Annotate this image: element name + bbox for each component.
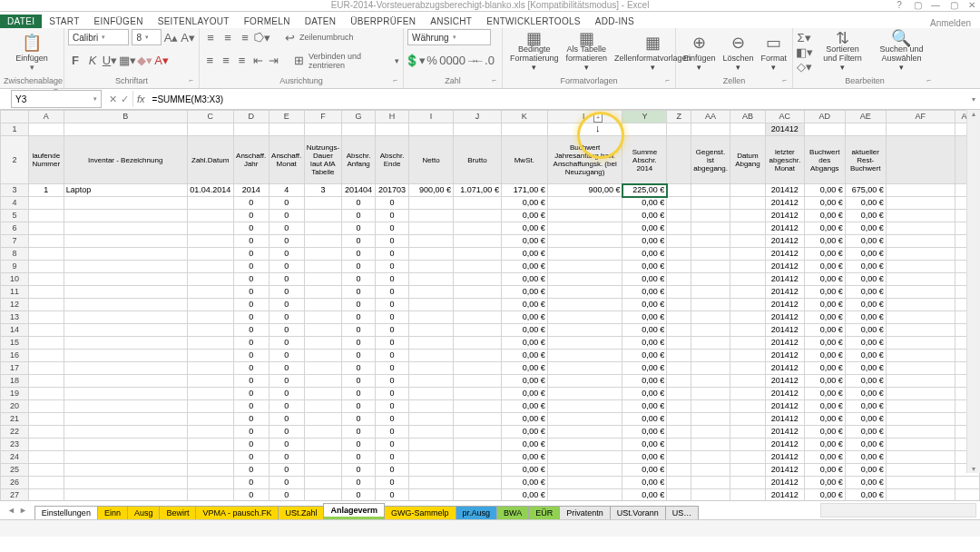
cell-E19[interactable]: 0: [269, 388, 304, 400]
cell-F5[interactable]: [304, 210, 341, 222]
cell-AC26[interactable]: 201412: [765, 477, 804, 489]
cell-J3[interactable]: 1.071,00 €: [453, 184, 501, 197]
cell-AA21[interactable]: [691, 413, 730, 426]
cell-H20[interactable]: 0: [376, 400, 409, 413]
row-header-11[interactable]: 11: [1, 286, 29, 299]
cell-J20[interactable]: [453, 400, 501, 413]
cell-Y10[interactable]: 0,00 €: [622, 273, 667, 286]
cell-AB24[interactable]: [730, 451, 765, 464]
cell-F15[interactable]: [304, 337, 341, 350]
table-header-F[interactable]: Nutzungs-Dauer laut AfA Tabelle: [304, 136, 341, 184]
cell-AC17[interactable]: 201412: [765, 362, 804, 375]
cell-AE1[interactable]: [845, 123, 886, 136]
cell-AC23[interactable]: 201412: [765, 439, 804, 451]
cell-AB17[interactable]: [730, 362, 765, 375]
cell-J24[interactable]: [453, 451, 501, 464]
cell-A21[interactable]: [28, 413, 64, 426]
cell-D24[interactable]: 0: [233, 451, 269, 464]
sheet-nav-next-icon[interactable]: ►: [19, 506, 27, 515]
cell-Y21[interactable]: 0,00 €: [622, 413, 667, 426]
cell-I25[interactable]: [409, 464, 454, 477]
clear-icon[interactable]: ◇▾: [797, 59, 811, 74]
cell-Z15[interactable]: [667, 337, 691, 350]
cell-Y1[interactable]: [622, 123, 667, 136]
font-name-combo[interactable]: Calibri: [68, 29, 129, 45]
cell-C25[interactable]: [187, 464, 233, 477]
cell-K7[interactable]: 0,00 €: [501, 235, 547, 248]
cell-I19[interactable]: [409, 388, 454, 400]
cell-K17[interactable]: 0,00 €: [501, 362, 547, 375]
cell-L26[interactable]: [547, 477, 622, 489]
cell-B7[interactable]: [64, 235, 187, 248]
increase-font-icon[interactable]: A▴: [164, 30, 179, 44]
ribbon-toggle-icon[interactable]: ▢: [913, 0, 922, 10]
decrease-decimal-icon[interactable]: ←.0: [476, 54, 491, 68]
cell-Z23[interactable]: [667, 439, 691, 451]
cell-AB1[interactable]: [730, 123, 765, 136]
cell-AD11[interactable]: 0,00 €: [804, 286, 845, 299]
cell-J21[interactable]: [453, 413, 501, 426]
cell-K11[interactable]: 0,00 €: [501, 286, 547, 299]
cell-B8[interactable]: [64, 248, 187, 261]
formula-input[interactable]: =SUMME(M3:X3): [149, 94, 967, 104]
table-header-AF[interactable]: [886, 136, 955, 184]
cell-G14[interactable]: 0: [342, 324, 376, 337]
delete-cells-button[interactable]: ⊖Löschen▾: [720, 30, 758, 74]
cell-G26[interactable]: 0: [342, 477, 376, 489]
cell-C21[interactable]: [187, 413, 233, 426]
cell-L5[interactable]: [547, 210, 622, 222]
cell-AA27[interactable]: [691, 489, 730, 501]
cell-AC22[interactable]: 201412: [765, 426, 804, 439]
table-header-K[interactable]: MwSt.: [501, 136, 547, 184]
fill-color-icon[interactable]: ◆▾: [137, 54, 152, 68]
cell-H11[interactable]: 0: [376, 286, 409, 299]
tab-start[interactable]: START: [42, 15, 86, 28]
wrap-text-button[interactable]: Zeilenumbruch: [299, 33, 354, 42]
cell-A1[interactable]: [28, 123, 64, 136]
row-header-4[interactable]: 4: [1, 197, 29, 210]
cell-Z1[interactable]: [667, 123, 691, 136]
cell-AB18[interactable]: [730, 375, 765, 388]
sheet-tab-gwgsammelp[interactable]: GWG-Sammelp: [384, 506, 456, 519]
cell-D8[interactable]: 0: [233, 248, 269, 261]
cell-I16[interactable]: [409, 350, 454, 362]
cell-Y12[interactable]: 0,00 €: [622, 299, 667, 311]
cell-K24[interactable]: 0,00 €: [501, 451, 547, 464]
cell-Y6[interactable]: 0,00 €: [622, 222, 667, 235]
cell-K9[interactable]: 0,00 €: [501, 261, 547, 273]
cell-I13[interactable]: [409, 311, 454, 324]
cell-AA8[interactable]: [691, 248, 730, 261]
cell-K18[interactable]: 0,00 €: [501, 375, 547, 388]
cell-AC24[interactable]: 201412: [765, 451, 804, 464]
cell-J12[interactable]: [453, 299, 501, 311]
cell-D12[interactable]: 0: [233, 299, 269, 311]
cell-F22[interactable]: [304, 426, 341, 439]
cell-AD17[interactable]: 0,00 €: [804, 362, 845, 375]
cell-AA7[interactable]: [691, 235, 730, 248]
table-header-AA[interactable]: Gegenst. ist abgegang.: [691, 136, 730, 184]
cell-AE8[interactable]: 0,00 €: [845, 248, 886, 261]
cell-Y15[interactable]: 0,00 €: [622, 337, 667, 350]
cell-J11[interactable]: [453, 286, 501, 299]
cell-A6[interactable]: [28, 222, 64, 235]
cell-I7[interactable]: [409, 235, 454, 248]
cell-H12[interactable]: 0: [376, 299, 409, 311]
cell-A18[interactable]: [28, 375, 64, 388]
cell-C17[interactable]: [187, 362, 233, 375]
cell-L27[interactable]: [547, 489, 622, 501]
cell-Y22[interactable]: 0,00 €: [622, 426, 667, 439]
cell-J22[interactable]: [453, 426, 501, 439]
cell-AD4[interactable]: 0,00 €: [804, 197, 845, 210]
cell-I18[interactable]: [409, 375, 454, 388]
cell-L4[interactable]: [547, 197, 622, 210]
cell-E14[interactable]: 0: [269, 324, 304, 337]
cell-I24[interactable]: [409, 451, 454, 464]
cell-C13[interactable]: [187, 311, 233, 324]
align-bottom-icon[interactable]: ≡: [238, 30, 252, 44]
cell-D13[interactable]: 0: [233, 311, 269, 324]
cell-D17[interactable]: 0: [233, 362, 269, 375]
cell-H16[interactable]: 0: [376, 350, 409, 362]
col-header-D[interactable]: D: [233, 111, 269, 123]
row-header-20[interactable]: 20: [1, 400, 29, 413]
table-header-AD[interactable]: Buchwert des Abgangs: [804, 136, 845, 184]
